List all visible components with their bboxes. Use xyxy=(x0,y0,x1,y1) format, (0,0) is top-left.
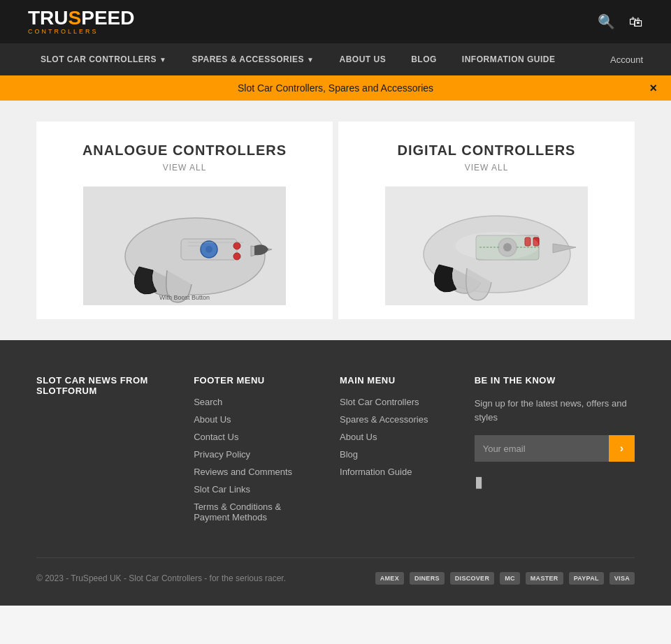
footer-main-link-info[interactable]: Information Guide xyxy=(340,467,454,477)
nav-left: SLOT CAR CONTROLLERS ▼ SPARES & ACCESSOR… xyxy=(28,43,568,75)
footer-bottom: © 2023 - TruSpeed UK - Slot Car Controll… xyxy=(36,557,635,585)
product-image-digital[interactable] xyxy=(385,186,588,305)
close-icon[interactable]: × xyxy=(649,81,657,96)
site-header: TRU S PEED CONTROLLERS 🔍 🛍 xyxy=(0,0,671,43)
payment-icon-mastercard2: Master xyxy=(526,572,563,585)
main-nav: SLOT CAR CONTROLLERS ▼ SPARES & ACCESSOR… xyxy=(0,43,671,75)
svg-point-6 xyxy=(233,253,240,260)
footer-link-slot-car-links[interactable]: Slot Car Links xyxy=(194,484,319,495)
main-content: ANALOGUE CONTROLLERS VIEW ALL xyxy=(0,101,671,340)
footer-link-privacy[interactable]: Privacy Policy xyxy=(194,449,319,460)
logo-subtitle: CONTROLLERS xyxy=(28,28,99,35)
nav-item-slot-car-controllers[interactable]: SLOT CAR CONTROLLERS ▼ xyxy=(28,43,179,75)
promo-banner: Slot Car Controllers, Spares and Accesso… xyxy=(0,75,671,101)
footer-link-terms[interactable]: Terms & Conditions & Payment Methods xyxy=(194,502,319,522)
logo-text-s: S xyxy=(68,8,82,28)
logo-text-tru: TRU xyxy=(28,8,68,28)
payment-icon-paypal: PayPal xyxy=(569,572,604,585)
product-title-analogue: ANALOGUE CONTROLLERS xyxy=(82,142,287,159)
footer-main-link-controllers[interactable]: Slot Car Controllers xyxy=(340,397,454,407)
header-icons: 🔍 🛍 xyxy=(598,13,643,30)
logo-area: TRU S PEED CONTROLLERS xyxy=(28,8,134,35)
email-form: › xyxy=(475,435,635,462)
view-all-digital[interactable]: VIEW ALL xyxy=(465,163,509,173)
payment-icon-discover: Discover xyxy=(450,572,494,585)
footer-main-link-about[interactable]: About Us xyxy=(340,432,454,442)
banner-text: Slot Car Controllers, Spares and Accesso… xyxy=(238,82,433,94)
footer-link-search[interactable]: Search xyxy=(194,397,319,407)
nav-account[interactable]: Account xyxy=(610,54,643,65)
footer-know-desc: Sign up for the latest news, offers and … xyxy=(475,397,635,424)
payment-icon-mastercard: MC xyxy=(500,572,520,585)
digital-controller-svg xyxy=(385,186,588,305)
svg-text:With Boost Button: With Boost Button xyxy=(159,294,210,301)
product-grid: ANALOGUE CONTROLLERS VIEW ALL xyxy=(36,122,635,319)
footer-copyright: © 2023 - TruSpeed UK - Slot Car Controll… xyxy=(36,573,286,583)
email-input[interactable] xyxy=(475,435,609,462)
nav-item-about-us[interactable]: ABOUT US xyxy=(327,43,399,75)
email-submit-button[interactable]: › xyxy=(609,435,635,462)
svg-point-4 xyxy=(205,246,212,253)
footer-link-reviews[interactable]: Reviews and Comments xyxy=(194,467,319,477)
analogue-controller-svg: With Boost Button xyxy=(83,186,286,305)
footer-menu-section: FOOTER MENU Search About Us Contact Us P… xyxy=(194,375,319,529)
product-title-digital: DIGITAL CONTROLLERS xyxy=(398,142,576,159)
chevron-down-icon: ▼ xyxy=(307,56,314,64)
product-image-analogue[interactable]: With Boost Button xyxy=(83,186,286,305)
footer-menu-title: FOOTER MENU xyxy=(194,375,319,386)
view-all-analogue[interactable]: VIEW ALL xyxy=(163,163,207,173)
nav-item-blog[interactable]: BLOG xyxy=(398,43,449,75)
search-icon[interactable]: 🔍 xyxy=(598,13,615,30)
footer-link-about-us[interactable]: About Us xyxy=(194,414,319,425)
nav-item-spares-accessories[interactable]: SPARES & ACCESSORIES ▼ xyxy=(179,43,326,75)
facebook-icon[interactable]: ▮ xyxy=(475,473,483,491)
payment-icon-visa: Visa xyxy=(609,572,635,585)
cart-icon[interactable]: 🛍 xyxy=(629,14,643,30)
logo-text-peed: PEED xyxy=(81,8,134,28)
footer-news-section: SLOT CAR NEWS FROM SLOTFORUM xyxy=(36,375,173,529)
nav-item-information-guide[interactable]: INFORMATION GUIDE xyxy=(449,43,568,75)
chevron-down-icon: ▼ xyxy=(159,56,166,64)
footer-main-menu-section: MAIN MENU Slot Car Controllers Spares & … xyxy=(340,375,454,529)
footer-main-link-spares[interactable]: Spares & Accessories xyxy=(340,414,454,425)
footer-social: ▮ xyxy=(475,473,635,491)
footer-main-menu-title: MAIN MENU xyxy=(340,375,454,386)
footer-link-contact-us[interactable]: Contact Us xyxy=(194,432,319,442)
product-card-analogue: ANALOGUE CONTROLLERS VIEW ALL xyxy=(36,122,333,319)
payment-icon-diners: Diners xyxy=(410,572,445,585)
product-card-digital: DIGITAL CONTROLLERS VIEW ALL xyxy=(338,122,635,319)
payment-icons: AmEx Diners Discover MC Master PayPal Vi… xyxy=(375,572,635,585)
svg-point-5 xyxy=(233,242,240,249)
footer-newsletter-section: BE IN THE KNOW Sign up for the latest ne… xyxy=(475,375,635,529)
footer-know-title: BE IN THE KNOW xyxy=(475,375,635,386)
footer-grid: SLOT CAR NEWS FROM SLOTFORUM FOOTER MENU… xyxy=(36,375,635,529)
svg-point-19 xyxy=(455,232,539,260)
footer-main-link-blog[interactable]: Blog xyxy=(340,449,454,460)
logo[interactable]: TRU S PEED CONTROLLERS xyxy=(28,8,134,35)
site-footer: SLOT CAR NEWS FROM SLOTFORUM FOOTER MENU… xyxy=(0,340,671,606)
payment-icon-amex: AmEx xyxy=(375,572,404,585)
footer-news-title: SLOT CAR NEWS FROM SLOTFORUM xyxy=(36,375,173,396)
